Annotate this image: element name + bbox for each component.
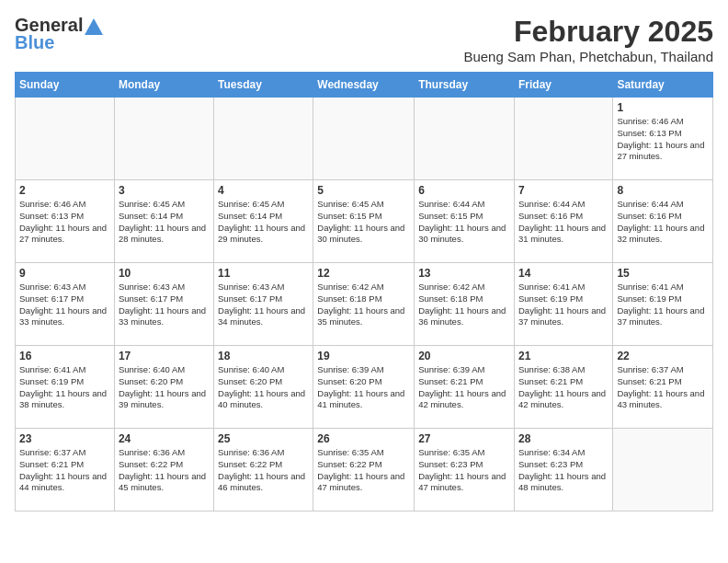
table-row: 18Sunrise: 6:40 AM Sunset: 6:20 PM Dayli… xyxy=(214,346,313,429)
day-info: Sunrise: 6:36 AM Sunset: 6:22 PM Dayligh… xyxy=(218,447,309,494)
day-number: 5 xyxy=(317,184,410,197)
day-number: 13 xyxy=(418,267,510,280)
day-number: 6 xyxy=(418,184,510,197)
calendar-week-row: 16Sunrise: 6:41 AM Sunset: 6:19 PM Dayli… xyxy=(16,346,713,429)
table-row: 21Sunrise: 6:38 AM Sunset: 6:21 PM Dayli… xyxy=(514,346,612,429)
day-info: Sunrise: 6:44 AM Sunset: 6:16 PM Dayligh… xyxy=(518,199,609,246)
table-row: 12Sunrise: 6:42 AM Sunset: 6:18 PM Dayli… xyxy=(313,263,415,346)
table-row: 22Sunrise: 6:37 AM Sunset: 6:21 PM Dayli… xyxy=(613,346,713,429)
day-info: Sunrise: 6:45 AM Sunset: 6:14 PM Dayligh… xyxy=(119,199,210,246)
header-sunday: Sunday xyxy=(16,73,115,98)
table-row: 6Sunrise: 6:44 AM Sunset: 6:15 PM Daylig… xyxy=(415,180,515,263)
calendar-week-row: 23Sunrise: 6:37 AM Sunset: 6:21 PM Dayli… xyxy=(16,429,713,511)
day-number: 11 xyxy=(218,267,309,280)
header-wednesday: Wednesday xyxy=(313,73,415,98)
day-info: Sunrise: 6:43 AM Sunset: 6:17 PM Dayligh… xyxy=(218,282,309,328)
day-info: Sunrise: 6:45 AM Sunset: 6:14 PM Dayligh… xyxy=(218,199,309,246)
day-number: 16 xyxy=(19,350,110,362)
day-info: Sunrise: 6:41 AM Sunset: 6:19 PM Dayligh… xyxy=(617,282,709,328)
day-info: Sunrise: 6:46 AM Sunset: 6:13 PM Dayligh… xyxy=(617,116,709,163)
table-row: 11Sunrise: 6:43 AM Sunset: 6:17 PM Dayli… xyxy=(214,263,313,346)
day-info: Sunrise: 6:40 AM Sunset: 6:20 PM Dayligh… xyxy=(218,364,309,411)
day-info: Sunrise: 6:41 AM Sunset: 6:19 PM Dayligh… xyxy=(19,364,110,411)
day-info: Sunrise: 6:46 AM Sunset: 6:13 PM Dayligh… xyxy=(19,199,110,246)
day-info: Sunrise: 6:35 AM Sunset: 6:22 PM Dayligh… xyxy=(317,447,410,494)
day-number: 23 xyxy=(19,432,110,445)
table-row: 9Sunrise: 6:43 AM Sunset: 6:17 PM Daylig… xyxy=(16,263,115,346)
header-tuesday: Tuesday xyxy=(214,73,313,98)
day-number: 3 xyxy=(119,184,210,197)
day-info: Sunrise: 6:40 AM Sunset: 6:20 PM Dayligh… xyxy=(119,364,210,411)
logo: General Blue xyxy=(15,15,103,53)
header-saturday: Saturday xyxy=(613,73,713,98)
day-info: Sunrise: 6:45 AM Sunset: 6:15 PM Dayligh… xyxy=(317,199,410,246)
day-number: 14 xyxy=(518,267,609,280)
day-number: 7 xyxy=(518,184,609,197)
table-row: 28Sunrise: 6:34 AM Sunset: 6:23 PM Dayli… xyxy=(514,429,612,511)
table-row: 23Sunrise: 6:37 AM Sunset: 6:21 PM Dayli… xyxy=(16,429,115,511)
day-info: Sunrise: 6:41 AM Sunset: 6:19 PM Dayligh… xyxy=(518,282,609,328)
header-monday: Monday xyxy=(114,73,213,98)
svg-marker-0 xyxy=(85,18,103,35)
table-row: 3Sunrise: 6:45 AM Sunset: 6:14 PM Daylig… xyxy=(114,180,213,263)
calendar-week-row: 9Sunrise: 6:43 AM Sunset: 6:17 PM Daylig… xyxy=(16,263,713,346)
day-number: 2 xyxy=(19,184,110,197)
table-row: 15Sunrise: 6:41 AM Sunset: 6:19 PM Dayli… xyxy=(613,263,713,346)
day-number: 20 xyxy=(418,350,510,362)
table-row: 10Sunrise: 6:43 AM Sunset: 6:17 PM Dayli… xyxy=(114,263,213,346)
day-info: Sunrise: 6:39 AM Sunset: 6:20 PM Dayligh… xyxy=(317,364,410,411)
logo-blue-text: Blue xyxy=(15,32,54,53)
header-thursday: Thursday xyxy=(415,73,515,98)
day-info: Sunrise: 6:34 AM Sunset: 6:23 PM Dayligh… xyxy=(518,447,609,494)
table-row xyxy=(114,98,213,180)
calendar-header-row: Sunday Monday Tuesday Wednesday Thursday… xyxy=(16,73,713,98)
day-number: 15 xyxy=(617,267,709,280)
day-info: Sunrise: 6:42 AM Sunset: 6:18 PM Dayligh… xyxy=(317,282,410,328)
table-row: 27Sunrise: 6:35 AM Sunset: 6:23 PM Dayli… xyxy=(415,429,515,511)
day-number: 9 xyxy=(19,267,110,280)
table-row: 1Sunrise: 6:46 AM Sunset: 6:13 PM Daylig… xyxy=(613,98,713,180)
day-info: Sunrise: 6:35 AM Sunset: 6:23 PM Dayligh… xyxy=(418,447,510,494)
day-number: 25 xyxy=(218,432,309,445)
day-number: 10 xyxy=(119,267,210,280)
table-row xyxy=(313,98,415,180)
day-info: Sunrise: 6:37 AM Sunset: 6:21 PM Dayligh… xyxy=(617,364,709,411)
table-row xyxy=(415,98,515,180)
table-row: 26Sunrise: 6:35 AM Sunset: 6:22 PM Dayli… xyxy=(313,429,415,511)
day-info: Sunrise: 6:43 AM Sunset: 6:17 PM Dayligh… xyxy=(19,282,110,328)
table-row: 7Sunrise: 6:44 AM Sunset: 6:16 PM Daylig… xyxy=(514,180,612,263)
table-row xyxy=(214,98,313,180)
table-row: 8Sunrise: 6:44 AM Sunset: 6:16 PM Daylig… xyxy=(613,180,713,263)
table-row: 24Sunrise: 6:36 AM Sunset: 6:22 PM Dayli… xyxy=(114,429,213,511)
table-row: 20Sunrise: 6:39 AM Sunset: 6:21 PM Dayli… xyxy=(415,346,515,429)
calendar-title: February 2025 xyxy=(463,15,713,49)
day-info: Sunrise: 6:37 AM Sunset: 6:21 PM Dayligh… xyxy=(19,447,110,494)
table-row: 5Sunrise: 6:45 AM Sunset: 6:15 PM Daylig… xyxy=(313,180,415,263)
day-info: Sunrise: 6:36 AM Sunset: 6:22 PM Dayligh… xyxy=(119,447,210,494)
day-number: 12 xyxy=(317,267,410,280)
table-row: 17Sunrise: 6:40 AM Sunset: 6:20 PM Dayli… xyxy=(114,346,213,429)
table-row xyxy=(514,98,612,180)
day-info: Sunrise: 6:42 AM Sunset: 6:18 PM Dayligh… xyxy=(418,282,510,328)
day-number: 18 xyxy=(218,350,309,362)
day-number: 17 xyxy=(119,350,210,362)
day-info: Sunrise: 6:44 AM Sunset: 6:15 PM Dayligh… xyxy=(418,199,510,246)
day-number: 28 xyxy=(518,432,609,445)
calendar-week-row: 2Sunrise: 6:46 AM Sunset: 6:13 PM Daylig… xyxy=(16,180,713,263)
day-number: 4 xyxy=(218,184,309,197)
day-number: 24 xyxy=(119,432,210,445)
day-info: Sunrise: 6:44 AM Sunset: 6:16 PM Dayligh… xyxy=(617,199,709,246)
day-number: 27 xyxy=(418,432,510,445)
table-row xyxy=(613,429,713,511)
day-number: 1 xyxy=(617,101,709,114)
day-info: Sunrise: 6:38 AM Sunset: 6:21 PM Dayligh… xyxy=(518,364,609,411)
header-friday: Friday xyxy=(514,73,612,98)
calendar-subtitle: Bueng Sam Phan, Phetchabun, Thailand xyxy=(463,49,713,64)
header: General Blue February 2025 Bueng Sam Pha… xyxy=(15,15,713,64)
table-row: 2Sunrise: 6:46 AM Sunset: 6:13 PM Daylig… xyxy=(16,180,115,263)
title-area: February 2025 Bueng Sam Phan, Phetchabun… xyxy=(463,15,713,64)
day-number: 21 xyxy=(518,350,609,362)
day-info: Sunrise: 6:43 AM Sunset: 6:17 PM Dayligh… xyxy=(119,282,210,328)
day-number: 8 xyxy=(617,184,709,197)
table-row: 14Sunrise: 6:41 AM Sunset: 6:19 PM Dayli… xyxy=(514,263,612,346)
